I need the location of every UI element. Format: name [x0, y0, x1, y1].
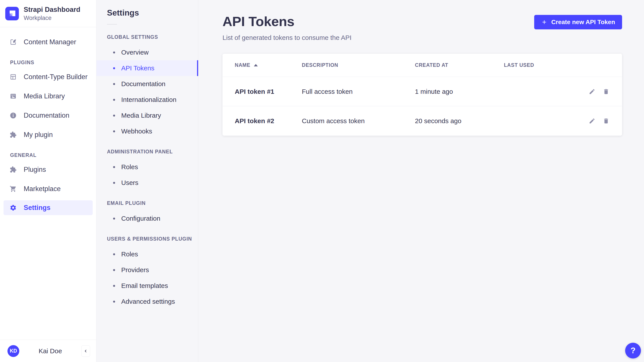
sidebar-collapse-button[interactable]: [81, 345, 90, 357]
delete-button[interactable]: [602, 88, 610, 95]
edit-button[interactable]: [588, 117, 596, 125]
settings-subnav: Settings GLOBAL SETTINGS Overview API To…: [96, 0, 198, 362]
token-description: Custom access token: [302, 117, 415, 125]
cart-icon: [10, 186, 17, 192]
workspace-header[interactable]: Strapi Dashboard Workplace: [0, 0, 96, 27]
subnav-section-users-permissions-plugin: USERS & PERMISSIONS PLUGIN: [107, 236, 198, 242]
sidebar-item-plugins[interactable]: Plugins: [0, 160, 96, 179]
column-header-name[interactable]: NAME: [235, 62, 302, 68]
info-icon: [10, 112, 17, 119]
delete-icon: [603, 118, 609, 124]
api-tokens-table: NAME DESCRIPTION CREATED AT LAST USED AP…: [222, 54, 622, 136]
subnav-item-up-roles[interactable]: Roles: [96, 246, 198, 262]
row-actions: [581, 88, 610, 95]
create-api-token-button[interactable]: Create new API Token: [534, 15, 622, 29]
bullet-icon: [113, 67, 115, 69]
sidebar-item-label: Media Library: [24, 92, 65, 100]
subnav-divider: [107, 24, 117, 24]
subnav-item-admin-users[interactable]: Users: [96, 175, 198, 191]
puzzle-icon: [10, 166, 17, 173]
token-name: API token #1: [235, 88, 302, 95]
sidebar-item-my-plugin[interactable]: My plugin: [0, 125, 96, 144]
row-actions: [581, 117, 610, 125]
gear-icon: [10, 204, 17, 211]
subnav-item-overview[interactable]: Overview: [96, 44, 198, 60]
column-header-last-used[interactable]: LAST USED: [504, 62, 581, 68]
edit-icon: [589, 118, 595, 124]
image-icon: [10, 93, 17, 100]
bullet-icon: [113, 52, 115, 54]
bullet-icon: [113, 130, 115, 132]
token-created-at: 1 minute ago: [415, 88, 504, 95]
strapi-logo-icon: [5, 7, 19, 20]
table-row[interactable]: API token #2 Custom access token 20 seco…: [222, 106, 622, 136]
workspace-title: Strapi Dashboard: [24, 6, 80, 14]
sidebar-item-media-library[interactable]: Media Library: [0, 86, 96, 106]
subnav-item-webhooks[interactable]: Webhooks: [96, 123, 198, 139]
column-header-description[interactable]: DESCRIPTION: [302, 62, 415, 68]
sidebar-item-settings[interactable]: Settings: [4, 200, 93, 215]
subnav-item-label: Configuration: [121, 215, 160, 222]
subnav-item-admin-roles[interactable]: Roles: [96, 159, 198, 175]
avatar[interactable]: KD: [8, 345, 19, 357]
bullet-icon: [113, 182, 115, 184]
sidebar-section-general: GENERAL: [10, 152, 96, 158]
delete-icon: [603, 88, 609, 95]
delete-button[interactable]: [602, 117, 610, 125]
subnav-item-email-configuration[interactable]: Configuration: [96, 210, 198, 226]
workspace-subtitle: Workplace: [24, 15, 80, 22]
sidebar-item-content-type-builder[interactable]: Content-Type Builder: [0, 67, 96, 86]
sidebar-item-content-manager[interactable]: Content Manager: [0, 32, 96, 52]
subnav-item-label: Providers: [121, 266, 149, 274]
bullet-icon: [113, 166, 115, 168]
subnav-item-internationalization[interactable]: Internationalization: [96, 92, 198, 108]
bullet-icon: [113, 218, 115, 220]
subnav-item-label: Advanced settings: [121, 298, 175, 305]
column-header-created-at[interactable]: CREATED AT: [415, 62, 504, 68]
bullet-icon: [113, 301, 115, 302]
create-api-token-label: Create new API Token: [551, 19, 615, 26]
sidebar-item-label: Marketplace: [24, 185, 61, 193]
subnav-section-email-plugin: EMAIL PLUGIN: [107, 200, 198, 206]
sidebar-item-label: Documentation: [24, 112, 70, 120]
chevron-left-icon: [84, 349, 88, 353]
subnav-item-label: Roles: [121, 250, 138, 258]
sidebar-item-label: Content-Type Builder: [24, 73, 88, 81]
main-sidebar: Strapi Dashboard Workplace Content Manag…: [0, 0, 96, 362]
page-subtitle: List of generated tokens to consume the …: [222, 34, 352, 42]
subnav-item-label: Email templates: [121, 282, 168, 290]
sidebar-item-marketplace[interactable]: Marketplace: [0, 179, 96, 198]
bullet-icon: [113, 253, 115, 255]
subnav-item-label: Overview: [121, 49, 148, 56]
sidebar-item-label: My plugin: [24, 131, 53, 139]
content-manager-icon: [10, 38, 17, 46]
subnav-item-up-providers[interactable]: Providers: [96, 262, 198, 278]
subnav-item-label: Media Library: [121, 112, 161, 119]
table-row[interactable]: API token #1 Full access token 1 minute …: [222, 77, 622, 106]
subnav-item-label: Roles: [121, 163, 138, 171]
sidebar-nav: Content Manager PLUGINS Content-Type Bui…: [0, 27, 96, 340]
subnav-item-up-email-templates[interactable]: Email templates: [96, 278, 198, 294]
layout-icon: [10, 74, 17, 80]
subnav-item-media-library[interactable]: Media Library: [96, 108, 198, 123]
token-name: API token #2: [235, 117, 302, 125]
bullet-icon: [113, 83, 115, 85]
subnav-item-label: Documentation: [121, 80, 166, 88]
subnav-item-label: Webhooks: [121, 128, 152, 135]
bullet-icon: [113, 114, 115, 116]
bullet-icon: [113, 285, 115, 287]
help-button[interactable]: ?: [625, 343, 641, 358]
bullet-icon: [113, 99, 115, 101]
page-title: API Tokens: [222, 14, 352, 29]
sidebar-item-documentation[interactable]: Documentation: [0, 106, 96, 125]
bullet-icon: [113, 269, 115, 271]
sidebar-item-label: Content Manager: [24, 38, 76, 46]
subnav-item-documentation[interactable]: Documentation: [96, 76, 198, 92]
edit-button[interactable]: [588, 88, 596, 95]
token-created-at: 20 seconds ago: [415, 117, 504, 125]
sidebar-section-plugins: PLUGINS: [10, 60, 96, 66]
subnav-item-api-tokens[interactable]: API Tokens: [96, 60, 198, 76]
subnav-item-up-advanced-settings[interactable]: Advanced settings: [96, 294, 198, 310]
table-header-row: NAME DESCRIPTION CREATED AT LAST USED: [222, 54, 622, 77]
main-content: API Tokens List of generated tokens to c…: [198, 0, 644, 362]
